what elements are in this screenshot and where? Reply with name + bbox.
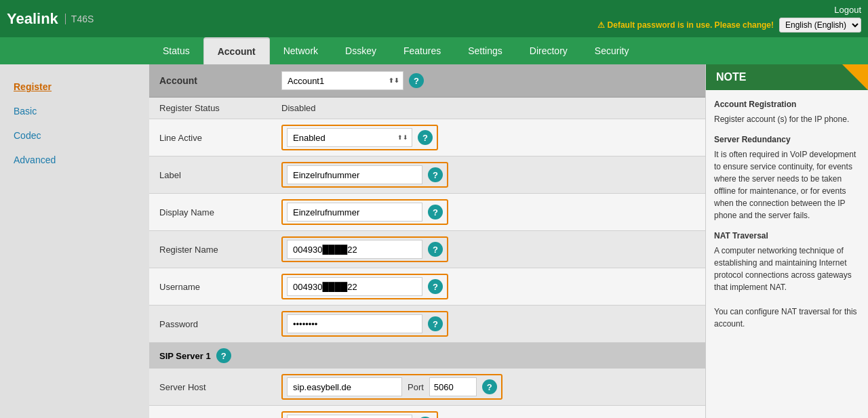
sip-server-label: SIP Server 1 xyxy=(159,351,211,361)
transport-row: Transport UDP TCP TLS DNS-NAPTR ? xyxy=(149,406,705,419)
username-input[interactable] xyxy=(287,277,422,296)
username-group: ? xyxy=(281,274,448,299)
content-area: Account Account1 ? Register Status xyxy=(149,64,705,418)
display-name-value-cell: ? xyxy=(271,194,705,231)
note-header-wrapper: NOTE xyxy=(706,64,868,90)
display-name-help-button[interactable]: ? xyxy=(428,205,443,220)
line-active-select-wrapper: Enabled Disabled xyxy=(287,128,412,147)
note-nat-extra-text: You can configure NAT traversal for this… xyxy=(714,307,857,329)
sidebar: Register Basic Codec Advanced xyxy=(0,64,149,418)
transport-select[interactable]: UDP TCP TLS DNS-NAPTR xyxy=(287,415,412,418)
note-nat-title: NAT Traversal xyxy=(714,230,860,242)
sidebar-item-advanced[interactable]: Advanced xyxy=(0,148,149,172)
username-value-cell: ? xyxy=(271,268,705,306)
nav-item-features[interactable]: Features xyxy=(390,37,454,64)
account-select-wrapper: Account1 ? xyxy=(281,71,695,90)
line-active-select[interactable]: Enabled Disabled xyxy=(287,128,412,147)
sidebar-item-basic[interactable]: Basic xyxy=(0,99,149,123)
note-triangle-decoration xyxy=(842,64,868,90)
account-col-label: Account xyxy=(149,64,271,98)
brand-name: Yealink xyxy=(7,10,58,28)
warning-text: ⚠ Default password is in use. Please cha… xyxy=(597,20,774,30)
sip-server-header-cell: SIP Server 1 ? xyxy=(149,343,705,369)
register-status-value-cell: Disabled xyxy=(271,98,705,119)
label-group: ? xyxy=(281,162,448,188)
username-row: Username ? xyxy=(149,268,705,306)
label-value-cell: ? xyxy=(271,156,705,194)
display-name-input[interactable] xyxy=(287,203,422,222)
password-label: Password xyxy=(149,306,271,343)
nav-item-status[interactable]: Status xyxy=(149,37,203,64)
sidebar-item-register[interactable]: Register xyxy=(0,75,149,99)
account-help-button[interactable]: ? xyxy=(409,73,424,88)
note-account-reg-text: Register account (s) for the IP phone. xyxy=(714,114,849,124)
nav-item-settings[interactable]: Settings xyxy=(454,37,516,64)
nav-item-dsskey[interactable]: Dsskey xyxy=(332,37,390,64)
account-col-value: Account1 ? xyxy=(271,64,705,98)
nav-item-directory[interactable]: Directory xyxy=(516,37,581,64)
note-account-reg-title: Account Registration xyxy=(714,98,860,110)
line-active-group: Enabled Disabled ? xyxy=(281,125,438,150)
server-host-row: Server Host Port ? xyxy=(149,369,705,406)
header-right: Logout ⚠ Default password is in use. Ple… xyxy=(597,5,861,33)
password-input[interactable] xyxy=(287,314,422,333)
note-nat-text: A computer networking technique of estab… xyxy=(714,246,852,292)
register-name-group: ? xyxy=(281,236,448,262)
note-server-red-text: It is often required in VoIP development… xyxy=(714,150,856,220)
register-name-value-cell: ? xyxy=(271,231,705,268)
line-active-help-button[interactable]: ? xyxy=(418,130,433,145)
note-content: Account Registration Register account (s… xyxy=(706,90,868,338)
nav-item-security[interactable]: Security xyxy=(581,37,643,64)
display-name-group: ? xyxy=(281,199,448,225)
warning-bar: ⚠ Default password is in use. Please cha… xyxy=(597,18,861,33)
register-name-help-button[interactable]: ? xyxy=(428,242,443,257)
server-host-value-cell: Port ? xyxy=(271,369,705,406)
main-layout: Register Basic Codec Advanced Account Ac… xyxy=(0,64,868,418)
account-select[interactable]: Account1 xyxy=(281,71,403,90)
label-input[interactable] xyxy=(287,165,422,184)
server-host-input[interactable] xyxy=(287,377,402,396)
form-table: Account Account1 ? Register Status xyxy=(149,64,705,418)
logo: Yealink T46S xyxy=(7,10,94,28)
transport-select-wrapper: UDP TCP TLS DNS-NAPTR xyxy=(287,415,412,418)
username-help-button[interactable]: ? xyxy=(428,279,443,294)
sip-server-help-button[interactable]: ? xyxy=(216,348,231,363)
password-value-cell: ? xyxy=(271,306,705,343)
register-status-value: Disabled xyxy=(281,103,316,113)
server-host-help-button[interactable]: ? xyxy=(482,379,497,394)
line-active-row: Line Active Enabled Disabled ? xyxy=(149,119,705,156)
server-host-group: Port ? xyxy=(281,374,502,400)
password-group: ? xyxy=(281,311,448,337)
note-header-text: NOTE xyxy=(716,71,746,83)
register-name-label: Register Name xyxy=(149,231,271,268)
transport-value-cell: UDP TCP TLS DNS-NAPTR ? xyxy=(271,406,705,419)
register-name-row: Register Name ? xyxy=(149,231,705,268)
display-name-label: Display Name xyxy=(149,194,271,231)
sip-server-header-row: SIP Server 1 ? xyxy=(149,343,705,369)
label-help-button[interactable]: ? xyxy=(428,167,443,182)
label-row: Label ? xyxy=(149,156,705,194)
line-active-label: Line Active xyxy=(149,119,271,156)
username-label: Username xyxy=(149,268,271,306)
transport-label: Transport xyxy=(149,406,271,419)
note-server-red-title: Server Redundancy xyxy=(714,133,860,146)
label-field-label: Label xyxy=(149,156,271,194)
password-row: Password ? xyxy=(149,306,705,343)
language-select[interactable]: English (English) xyxy=(779,18,861,33)
port-label: Port xyxy=(408,382,424,392)
port-input[interactable] xyxy=(429,377,477,396)
account-header-row: Account Account1 ? xyxy=(149,64,705,98)
nav-item-network[interactable]: Network xyxy=(270,37,332,64)
navigation: Status Account Network Dsskey Features S… xyxy=(0,37,868,64)
nav-item-account[interactable]: Account xyxy=(203,37,270,64)
register-status-label: Register Status xyxy=(149,98,271,119)
account-select-wrapper-inner: Account1 xyxy=(281,71,403,90)
logout-link[interactable]: Logout xyxy=(834,5,861,15)
note-panel: NOTE Account Registration Register accou… xyxy=(705,64,868,418)
sidebar-item-codec[interactable]: Codec xyxy=(0,123,149,148)
header: Yealink T46S Logout ⚠ Default password i… xyxy=(0,0,868,37)
password-help-button[interactable]: ? xyxy=(428,316,443,331)
register-name-input[interactable] xyxy=(287,240,422,259)
transport-group: UDP TCP TLS DNS-NAPTR ? xyxy=(281,411,438,418)
register-status-row: Register Status Disabled xyxy=(149,98,705,119)
